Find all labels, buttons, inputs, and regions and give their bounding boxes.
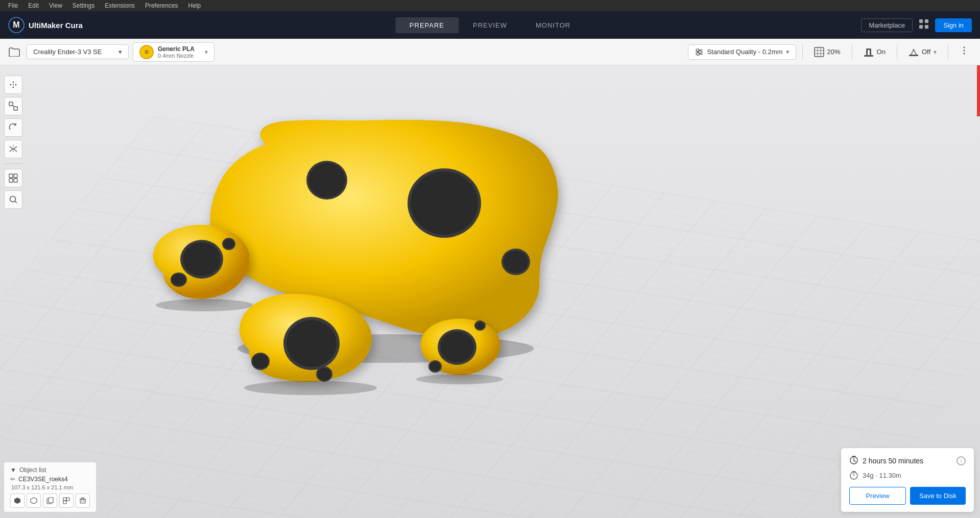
svg-rect-67 xyxy=(66,498,69,501)
preview-button[interactable]: Preview xyxy=(849,487,906,505)
titlebar: M UltiMaker Cura PREPARE PREVIEW MONITOR… xyxy=(0,11,980,39)
svg-rect-54 xyxy=(9,102,13,106)
arrange-icon xyxy=(9,174,18,183)
menu-edit[interactable]: Edit xyxy=(24,1,43,10)
viewport[interactable]: ▼ Object list ✏ CE3V3SE_roeks4 107.3 x 1… xyxy=(0,65,980,518)
toolbar-divider-4 xyxy=(948,44,948,60)
svg-rect-20 xyxy=(866,48,871,50)
signin-button[interactable]: Sign in xyxy=(935,18,972,32)
search-icon xyxy=(9,195,18,204)
copy-icon xyxy=(46,497,54,504)
svg-point-32 xyxy=(504,251,528,273)
more-settings-icon xyxy=(960,46,969,55)
material-name: Generic PLA xyxy=(158,45,195,53)
arrange-tool[interactable] xyxy=(4,169,22,187)
support-on-label: On xyxy=(877,48,886,56)
menu-file[interactable]: File xyxy=(4,1,22,10)
mirror-tool[interactable] xyxy=(4,140,22,158)
printer-dropdown-chevron: ▾ xyxy=(118,48,122,56)
svg-rect-65 xyxy=(49,498,53,503)
object-filename: CE3V3SE_roeks4 xyxy=(18,476,68,483)
marketplace-button[interactable]: Marketplace xyxy=(861,18,913,32)
apps-grid-button[interactable] xyxy=(919,19,929,32)
svg-point-9 xyxy=(697,48,699,51)
rotate-tool[interactable] xyxy=(4,118,22,137)
material-weight-icon xyxy=(849,471,858,480)
pencil-icon: ✏ xyxy=(10,476,15,483)
search-tool[interactable] xyxy=(4,190,22,209)
object-copy[interactable] xyxy=(43,494,57,508)
svg-point-41 xyxy=(286,320,337,367)
print-time-text: 2 hours 50 minutes xyxy=(863,457,923,465)
svg-point-10 xyxy=(699,51,702,53)
material-selector[interactable]: ① Generic PLA 0.4mm Nozzle ▾ xyxy=(133,42,214,62)
svg-point-31 xyxy=(501,249,530,275)
print-time-row: 2 hours 50 minutes i xyxy=(849,455,966,466)
tab-prepare[interactable]: PREPARE xyxy=(395,17,459,33)
move-tool[interactable] xyxy=(4,76,22,94)
svg-point-33 xyxy=(180,240,223,279)
svg-rect-5 xyxy=(925,25,928,29)
svg-point-49 xyxy=(428,360,442,373)
object-delete[interactable] xyxy=(76,494,90,508)
svg-rect-61 xyxy=(14,179,17,182)
scale-tool[interactable] xyxy=(4,97,22,115)
svg-rect-60 xyxy=(9,179,13,182)
svg-point-42 xyxy=(251,353,270,370)
support-icon xyxy=(864,47,874,57)
svg-point-28 xyxy=(308,163,345,198)
open-folder-button[interactable] xyxy=(6,44,22,60)
material-icon: ① xyxy=(139,45,154,59)
svg-rect-58 xyxy=(9,174,13,178)
svg-rect-2 xyxy=(919,19,923,23)
titlebar-right: Marketplace Sign in xyxy=(861,18,972,32)
svg-rect-3 xyxy=(925,19,928,23)
object-wire-view[interactable] xyxy=(27,494,41,508)
print-time-value: 2 hours 50 minutes xyxy=(849,455,923,466)
tool-separator-1 xyxy=(4,163,22,164)
tab-monitor[interactable]: MONITOR xyxy=(521,17,585,33)
print-info-icon[interactable]: i xyxy=(957,456,966,465)
svg-point-62 xyxy=(10,196,16,202)
object-solid-view[interactable] xyxy=(10,494,25,508)
adhesion-chevron: ▾ xyxy=(934,48,937,56)
tab-preview[interactable]: PREVIEW xyxy=(459,17,521,33)
save-to-disk-button[interactable]: Save to Disk xyxy=(910,487,966,505)
quality-settings-button[interactable]: Standard Quality - 0.2mm ▾ xyxy=(688,44,796,60)
object-info-panel: ▼ Object list ✏ CE3V3SE_roeks4 107.3 x 1… xyxy=(4,462,96,512)
quality-chevron: ▾ xyxy=(786,48,790,56)
svg-point-51 xyxy=(474,320,486,331)
quality-label: Standard Quality - 0.2mm xyxy=(707,48,782,56)
svg-rect-21 xyxy=(909,55,918,56)
clock-icon xyxy=(849,455,858,466)
infill-value: 20% xyxy=(827,48,841,56)
left-toolbar xyxy=(4,76,22,209)
svg-line-76 xyxy=(854,460,855,462)
menu-view[interactable]: View xyxy=(45,1,66,10)
svg-point-36 xyxy=(172,274,185,285)
svg-point-34 xyxy=(183,242,221,276)
object-dimensions: 107.3 x 121.6 x 21.1 mm xyxy=(10,484,90,490)
menu-preferences[interactable]: Preferences xyxy=(141,1,182,10)
trash-icon xyxy=(79,497,86,504)
adhesion-button[interactable]: Off ▾ xyxy=(903,44,942,60)
svg-point-52 xyxy=(476,322,484,329)
infill-button[interactable]: 20% xyxy=(809,44,846,60)
support-button[interactable]: On xyxy=(858,44,891,60)
svg-rect-18 xyxy=(866,50,868,55)
svg-rect-17 xyxy=(864,55,873,57)
object-tools-row xyxy=(10,494,90,508)
menu-help[interactable]: Help xyxy=(184,1,205,10)
grid-icon xyxy=(919,19,929,29)
menu-extensions[interactable]: Extensions xyxy=(101,1,139,10)
menu-settings[interactable]: Settings xyxy=(68,1,99,10)
printer-selector[interactable]: Creality Ender-3 V3 SE ▾ xyxy=(27,44,129,59)
object-list-header[interactable]: ▼ Object list xyxy=(10,466,90,474)
build-volume-edge xyxy=(977,65,980,116)
svg-point-50 xyxy=(430,362,440,371)
menubar: File Edit View Settings Extensions Prefe… xyxy=(0,0,980,11)
svg-rect-26 xyxy=(0,116,980,518)
object-multipy[interactable] xyxy=(59,494,74,508)
svg-point-40 xyxy=(283,317,340,370)
more-settings-button[interactable] xyxy=(954,43,974,61)
